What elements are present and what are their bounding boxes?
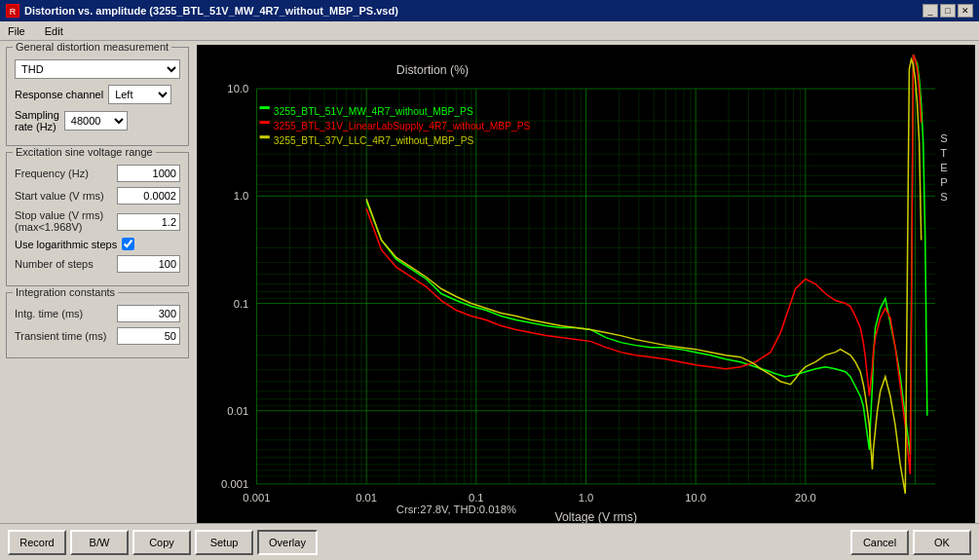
frequency-input[interactable] bbox=[117, 165, 180, 182]
excitation-group: Excitation sine voltage range Frequency … bbox=[6, 152, 189, 286]
transient-time-input[interactable] bbox=[117, 327, 180, 345]
ok-button[interactable]: OK bbox=[913, 530, 971, 555]
svg-text:S: S bbox=[940, 132, 948, 144]
integration-group-label: Integration constants bbox=[13, 286, 118, 298]
svg-text:E: E bbox=[940, 162, 948, 173]
chart-area: 10.0 1.0 0.1 0.01 0.001 0.001 0.01 0.1 1… bbox=[197, 45, 975, 523]
svg-text:S: S bbox=[940, 191, 948, 203]
svg-text:10.0: 10.0 bbox=[685, 492, 706, 504]
title-bar: R Distortion vs. amplitude (3255_BTL_51V… bbox=[0, 0, 979, 21]
svg-text:0.001: 0.001 bbox=[243, 492, 270, 504]
stop-value-label: Stop value (V rms)(max<1.968V) bbox=[15, 209, 117, 233]
menu-bar: File Edit bbox=[0, 21, 979, 41]
frequency-label: Frequency (Hz) bbox=[15, 168, 117, 179]
transient-time-label: Transient time (ms) bbox=[15, 330, 117, 342]
menu-edit[interactable]: Edit bbox=[41, 24, 67, 38]
svg-text:0.01: 0.01 bbox=[356, 492, 377, 504]
menu-file[interactable]: File bbox=[4, 24, 29, 38]
svg-text:0.1: 0.1 bbox=[234, 298, 249, 310]
minimize-button[interactable]: _ bbox=[923, 4, 938, 18]
intg-time-label: Intg. time (ms) bbox=[15, 308, 117, 319]
integration-group: Integration constants Intg. time (ms) Tr… bbox=[6, 292, 189, 358]
num-steps-input[interactable] bbox=[117, 255, 180, 273]
app-icon: R bbox=[6, 4, 19, 18]
svg-rect-99 bbox=[260, 135, 270, 138]
svg-text:Voltage (V rms): Voltage (V rms) bbox=[554, 510, 637, 523]
overlay-button[interactable]: Overlay bbox=[257, 530, 318, 555]
svg-text:Distortion (%): Distortion (%) bbox=[396, 63, 469, 77]
svg-text:1.0: 1.0 bbox=[579, 492, 594, 504]
cancel-button[interactable]: Cancel bbox=[850, 530, 909, 555]
thd-select[interactable]: THD bbox=[15, 59, 180, 79]
svg-rect-97 bbox=[260, 121, 270, 124]
maximize-button[interactable]: □ bbox=[940, 4, 956, 18]
bottom-bar: Record B/W Copy Setup Overlay Cancel OK bbox=[0, 523, 979, 560]
svg-text:10.0: 10.0 bbox=[227, 83, 248, 94]
svg-text:20.0: 20.0 bbox=[795, 492, 816, 504]
log-steps-label: Use logarithmic steps bbox=[15, 239, 117, 250]
response-channel-label: Response channel bbox=[15, 89, 103, 100]
setup-button[interactable]: Setup bbox=[195, 530, 253, 555]
svg-text:0.01: 0.01 bbox=[227, 405, 248, 417]
svg-text:3255_BTL_37V_LLC_4R7_without_M: 3255_BTL_37V_LLC_4R7_without_MBP_PS bbox=[274, 135, 474, 146]
bw-button[interactable]: B/W bbox=[70, 530, 129, 555]
svg-text:T: T bbox=[940, 147, 947, 159]
sampling-rate-label: Samplingrate (Hz) bbox=[15, 109, 59, 132]
stop-value-input[interactable] bbox=[117, 213, 180, 231]
start-value-input[interactable] bbox=[117, 187, 180, 205]
svg-text:0.1: 0.1 bbox=[469, 492, 484, 504]
svg-text:Crsr:27.8V, THD:0.018%: Crsr:27.8V, THD:0.018% bbox=[396, 504, 516, 515]
svg-text:1.0: 1.0 bbox=[234, 190, 249, 202]
window-title: Distortion vs. amplitude (3255_BTL_51V_M… bbox=[24, 5, 398, 17]
general-group: General distortion measurement THD Respo… bbox=[6, 47, 189, 146]
svg-text:3255_BTL_31V_LinearLabSupply_4: 3255_BTL_31V_LinearLabSupply_4R7_without… bbox=[274, 121, 531, 131]
response-channel-select[interactable]: Left Right bbox=[108, 85, 171, 104]
svg-text:0.001: 0.001 bbox=[221, 478, 248, 490]
intg-time-input[interactable] bbox=[117, 305, 180, 322]
svg-text:P: P bbox=[940, 176, 948, 188]
copy-button[interactable]: Copy bbox=[132, 530, 191, 555]
sampling-rate-select[interactable]: 48000 44100 96000 bbox=[64, 111, 128, 131]
num-steps-label: Number of steps bbox=[15, 258, 117, 270]
start-value-label: Start value (V rms) bbox=[15, 190, 117, 202]
svg-text:3255_BTL_51V_MW_4R7_without_MB: 3255_BTL_51V_MW_4R7_without_MBP_PS bbox=[274, 106, 473, 117]
excitation-group-label: Excitation sine voltage range bbox=[13, 146, 156, 158]
general-group-label: General distortion measurement bbox=[13, 41, 171, 53]
log-steps-checkbox[interactable] bbox=[122, 238, 134, 250]
svg-rect-95 bbox=[260, 106, 270, 109]
left-panel: General distortion measurement THD Respo… bbox=[0, 41, 195, 523]
close-button[interactable]: ✕ bbox=[958, 4, 973, 18]
record-button[interactable]: Record bbox=[8, 530, 66, 555]
